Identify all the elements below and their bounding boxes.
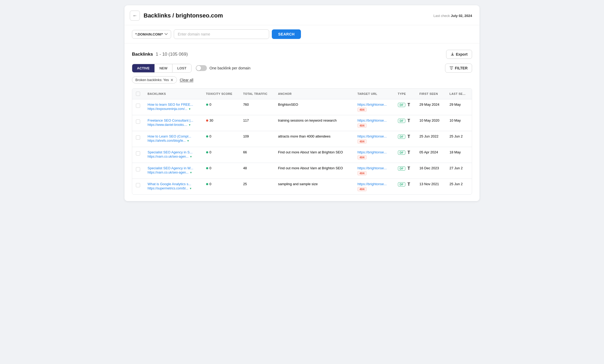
backlink-url-3[interactable]: https://varn.co.uk/seo-agen... [148, 155, 189, 158]
toxicity-dot-3 [206, 151, 208, 153]
backlink-title-4[interactable]: Specialist SEO Agency in W... [148, 166, 199, 170]
row-checkbox-4[interactable] [136, 167, 140, 171]
backlink-title-5[interactable]: What is Google Analytics s... [148, 182, 199, 186]
last-seen-cell-5: 25 Jun 2 [446, 179, 472, 195]
tab-new[interactable]: NEW [155, 64, 172, 72]
page-title: Backlinks / brightonseo.com [144, 12, 223, 19]
first-seen-cell-0: 29 May 2024 [416, 99, 446, 115]
type-df-badge-4: DF [398, 166, 406, 171]
last-seen-value-3: 18 May [450, 150, 461, 154]
first-seen-cell-4: 16 Dec 2023 [416, 163, 446, 179]
toxicity-score-2: 0 [210, 134, 211, 138]
tab-lost[interactable]: LOST [172, 64, 191, 72]
anchor-text-1: training sessions on keyword research [278, 118, 337, 122]
toxicity-cell-3: 0 [202, 147, 239, 163]
target-url-link-5[interactable]: https://brightonse... [357, 182, 390, 186]
row-checkbox-2[interactable] [136, 135, 140, 140]
first-seen-cell-3: 05 Apr 2024 [416, 147, 446, 163]
table-header-row: BACKLINKS TOXICITY SCORE TOTAL TRAFFIC A… [132, 88, 472, 99]
target-url-link-3[interactable]: https://brightonse... [357, 150, 390, 154]
clear-all-button[interactable]: Clear all [180, 78, 193, 82]
export-button[interactable]: Export [446, 50, 472, 59]
anchor-cell-2: attracts more than 4000 attendees [274, 131, 354, 147]
domain-select[interactable]: *.DOMAIN.COM/* [132, 30, 171, 39]
filter-icon [450, 66, 453, 70]
row-checkbox-1[interactable] [136, 119, 140, 124]
table-row: What is Google Analytics s... https://su… [132, 179, 472, 195]
last-seen-value-1: 10 May [450, 118, 461, 122]
search-bar: *.DOMAIN.COM/* SEARCH [125, 25, 479, 43]
row-checkbox-3[interactable] [136, 151, 140, 156]
search-button[interactable]: SEARCH [272, 29, 301, 39]
backlink-title-3[interactable]: Specialist SEO Agency in S... [148, 150, 199, 154]
backlink-url-0[interactable]: https://exposureninja.com/... [148, 107, 187, 111]
backlink-title-0[interactable]: How to learn SEO for FREE... [148, 103, 199, 106]
target-url-cell-2: https://brightonse... 404 [354, 131, 394, 147]
filter-button[interactable]: FILTER [445, 64, 472, 73]
last-seen-value-0: 29 May [450, 103, 461, 106]
backlink-url-1[interactable]: https://www.daniel-brooks.... [148, 123, 187, 127]
traffic-value-0: 760 [243, 103, 249, 106]
first-seen-cell-5: 13 Nov 2021 [416, 179, 446, 195]
header-left: ← Backlinks / brightonseo.com [130, 11, 223, 21]
traffic-value-1: 117 [243, 118, 249, 122]
toxicity-dot-5 [206, 183, 208, 185]
table-row: Freelance SEO Consultant |... https://ww… [132, 115, 472, 131]
first-seen-cell-1: 10 May 2020 [416, 115, 446, 131]
backlink-cell-0: How to learn SEO for FREE... https://exp… [144, 99, 202, 115]
backlink-arrow-icon-1: ▼ [188, 123, 191, 126]
last-seen-cell-1: 10 May [446, 115, 472, 131]
backlink-cell-4: Specialist SEO Agency in W... https://va… [144, 163, 202, 179]
type-t-icon-3: T [407, 150, 410, 155]
anchor-text-3: Find out more About Varn at Brighton SEO [278, 150, 343, 154]
th-toxicity: TOXICITY SCORE [202, 88, 239, 99]
backlink-arrow-icon-5: ▼ [189, 187, 192, 190]
anchor-cell-0: BrightonSEO [274, 99, 354, 115]
back-button[interactable]: ← [130, 11, 140, 21]
backlink-title-2[interactable]: How to Learn SEO (Compl... [148, 134, 199, 138]
target-url-cell-4: https://brightonse... 404 [354, 163, 394, 179]
filter-chip-close[interactable]: ✕ [170, 78, 174, 82]
toxicity-dot-1 [206, 119, 208, 122]
target-url-link-1[interactable]: https://brightonse... [357, 118, 390, 122]
backlinks-table: BACKLINKS TOXICITY SCORE TOTAL TRAFFIC A… [132, 88, 472, 194]
target-url-link-0[interactable]: https://brightonse... [357, 103, 390, 106]
one-backlink-toggle[interactable] [196, 65, 207, 71]
target-url-link-4[interactable]: https://brightonse... [357, 166, 390, 170]
target-url-link-2[interactable]: https://brightonse... [357, 134, 390, 138]
backlink-url-2[interactable]: https://ahrefs.com/blog/le... [148, 139, 186, 143]
backlink-url-4[interactable]: https://varn.co.uk/seo-agen... [148, 171, 189, 174]
row-checkbox-0[interactable] [136, 104, 140, 108]
backlink-title-1[interactable]: Freelance SEO Consultant |... [148, 118, 199, 122]
first-seen-value-0: 29 May 2024 [419, 103, 439, 106]
backlinks-count: 1 - 10 (105 069) [156, 52, 188, 57]
traffic-value-2: 109 [243, 134, 249, 138]
traffic-value-4: 48 [243, 166, 247, 170]
table-body: How to learn SEO for FREE... https://exp… [132, 99, 472, 195]
select-all-checkbox[interactable] [136, 92, 140, 96]
toxicity-dot-0 [206, 104, 208, 106]
filter-chips: Broken backlinks: Yes ✕ Clear all [132, 76, 472, 83]
type-df-badge-5: DF [398, 182, 406, 187]
th-type: TYPE [394, 88, 416, 99]
download-icon [451, 52, 454, 56]
toxicity-cell-2: 0 [202, 131, 239, 147]
backlink-arrow-icon-3: ▼ [190, 155, 192, 158]
tab-active[interactable]: ACTIVE [132, 64, 155, 72]
first-seen-cell-2: 25 Jun 2022 [416, 131, 446, 147]
th-anchor: ANCHOR [274, 88, 354, 99]
tabs-row: ACTIVE NEW LOST One backlink per domain … [132, 64, 472, 73]
table-row: How to learn SEO for FREE... https://exp… [132, 99, 472, 115]
backlinks-header: Backlinks 1 - 10 (105 069) Export [132, 50, 472, 59]
row-checkbox-5[interactable] [136, 183, 140, 187]
search-input[interactable] [174, 29, 269, 39]
backlink-url-5[interactable]: https://supermetrics.com/bl... [148, 187, 188, 190]
type-t-icon-5: T [407, 182, 410, 187]
last-seen-value-5: 25 Jun 2 [450, 182, 463, 186]
row-checkbox-cell [132, 163, 144, 179]
last-seen-value-2: 25 Jun 2 [450, 134, 463, 138]
table-row: Specialist SEO Agency in W... https://va… [132, 163, 472, 179]
traffic-value-5: 25 [243, 182, 247, 186]
anchor-text-0: BrightonSEO [278, 103, 298, 106]
traffic-cell-3: 66 [239, 147, 274, 163]
